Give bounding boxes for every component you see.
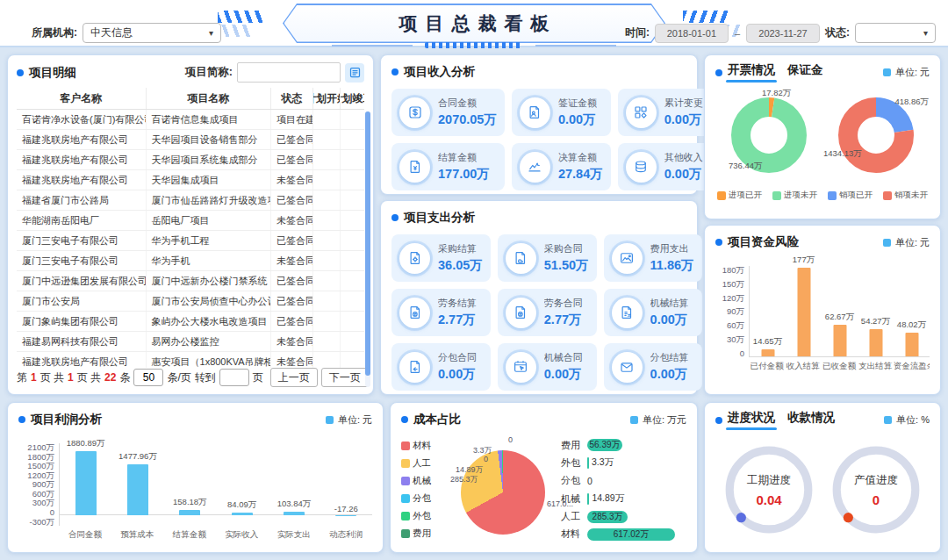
income-analysis-panel: 项目收入分析 合同金额2070.05万签证金额0.00万累计变更0.00万结算金… <box>380 54 698 195</box>
bar-category-label: 结算金额 <box>163 526 216 540</box>
list-icon[interactable] <box>345 63 364 83</box>
legend-label: 销项未开 <box>894 190 928 201</box>
table-row[interactable]: 厦门市公安局厦门市公安局侦查中心办公设...已签合同 <box>17 291 364 312</box>
cost-list-row: 材料617.02万 <box>561 528 686 542</box>
y-axis: 180万150万120万90万60万30万0 <box>715 266 749 357</box>
date-from-input[interactable] <box>655 24 729 43</box>
tab-invoice-status[interactable]: 开票情况 <box>728 62 775 83</box>
kpi-value: 2.77万 <box>438 312 477 328</box>
column-header: 计划开始 <box>312 88 341 109</box>
table-row[interactable]: 厦门中远逊集团发展有限公司厦门中远新办公楼门禁系统已签合同 <box>17 271 364 291</box>
bar <box>75 451 97 516</box>
line-decoration-right <box>535 45 616 47</box>
next-page-button[interactable]: 下一页 <box>321 368 369 387</box>
kpi-value: 0.00万 <box>544 366 583 383</box>
table-row[interactable]: 福建省厦门市公路局厦门市仙岳路路灯升级改造项目已签合同 <box>17 190 364 211</box>
kpi-text: 其他收入0.00万 <box>664 151 703 183</box>
org-label: 所属机构: <box>32 25 77 40</box>
table-cell: 天华园项目设备销售部分 <box>146 130 271 149</box>
kpi-card: 决算金额27.84万 <box>512 143 611 190</box>
goto-page-input[interactable] <box>219 369 249 386</box>
kpi-card: 费用支出11.86万 <box>604 234 702 282</box>
subcontract-settlement-icon <box>612 352 643 383</box>
table-cell <box>340 271 364 291</box>
table-row[interactable]: 厦门三安电子有限公司华为手机工程已签合同 <box>17 231 364 251</box>
table-row[interactable]: 福建兆联房地产有限公司天华园项目系统集成部分已签合同 <box>17 150 364 170</box>
legend-item: 费用 <box>401 528 447 540</box>
project-abbr-input[interactable] <box>237 62 341 83</box>
bar-value-label: 48.02万 <box>897 319 926 331</box>
kpi-value: 0.00万 <box>558 111 597 128</box>
y-tick-label: 300万 <box>32 499 54 507</box>
bar-value-label: 1880.89万 <box>67 438 105 449</box>
income-title: 项目收入分析 <box>404 64 475 80</box>
purchase-settlement-icon <box>399 243 430 274</box>
gauge-center: 工期进度0.04 <box>720 441 818 539</box>
kpi-value: 0.00万 <box>664 111 703 128</box>
cost-value-bar: 617.02万 <box>587 528 675 541</box>
bar-category-label: 支出结算 <box>858 357 894 371</box>
table-cell <box>312 190 341 210</box>
bar <box>869 329 882 356</box>
final-account-icon <box>520 152 550 183</box>
table-cell: 已签合同 <box>270 150 312 169</box>
y-tick-label: 1200万 <box>27 471 54 480</box>
cost-item-value: 14.89万 <box>592 492 624 505</box>
kpi-text: 机械结算0.00万 <box>650 297 689 328</box>
table-cell: 福建兆联房地产有限公司 <box>17 170 146 190</box>
page-size-input[interactable] <box>133 369 163 386</box>
prev-page-button[interactable]: 上一页 <box>270 368 318 387</box>
table-row[interactable]: 厦门象屿集团有限公司象屿办公大楼水电改造项目已签合同 <box>17 312 364 332</box>
kpi-label: 决算金额 <box>558 151 603 164</box>
tab-deposit[interactable]: 保证金 <box>787 62 823 83</box>
pie-callout: 0 <box>484 455 488 463</box>
profit-title: 项目利润分析 <box>31 412 102 427</box>
tab-collection-status[interactable]: 收款情况 <box>787 410 835 430</box>
table-row[interactable]: 厦门三安电子有限公司华为手机未签合同 <box>17 251 364 271</box>
cost-legend: 材料人工机械分包外包费用 <box>401 434 447 545</box>
table-cell <box>312 110 341 129</box>
legend-item: 材料 <box>401 440 447 452</box>
legend-item: 外包 <box>401 510 447 522</box>
kpi-card: 签证金额0.00万 <box>512 89 611 136</box>
legend-swatch <box>401 494 410 503</box>
kpi-card: 采购合同51.50万 <box>498 234 597 282</box>
cost-item-label: 费用 <box>561 439 587 452</box>
kpi-card: 累计变更0.00万 <box>618 89 711 136</box>
table-cell: 百诺肯信息集成项目 <box>146 110 271 129</box>
status-select[interactable]: ▾ <box>855 23 936 43</box>
tab-progress-status[interactable]: 进度状况 <box>728 410 775 430</box>
table-row[interactable]: 华能湖南岳阳电厂岳阳电厂项目未签合同 <box>17 211 364 231</box>
table-scrollbar[interactable] <box>365 111 370 387</box>
unit-square-icon <box>883 239 891 247</box>
table-cell: 已签合同 <box>270 312 312 331</box>
legend-label: 分包 <box>413 492 431 505</box>
date-separator: – <box>735 28 740 39</box>
bar <box>905 333 918 356</box>
bar <box>127 464 148 515</box>
table-cell <box>312 150 341 169</box>
scrollbar-thumb[interactable] <box>365 111 370 376</box>
org-select[interactable]: 中天信息 ▾ <box>83 23 221 43</box>
expense-title: 项目支出分析 <box>404 210 475 226</box>
profit-analysis-panel: 项目利润分析 单位: 元 2100万1800万1500万1200万900万600… <box>7 402 384 553</box>
fund-risk-chart: 180万150万120万90万60万30万0 14.65万177万62.67万5… <box>715 266 930 371</box>
machine-settlement-icon <box>612 298 643 328</box>
bar-value-label: 103.84万 <box>277 499 312 510</box>
kpi-value: 0.00万 <box>650 312 689 328</box>
table-row[interactable]: 福建易网科技有限公司易网办公楼监控未签合同 <box>17 332 364 352</box>
table-row[interactable]: 福建兆联房地产有限公司天华园项目设备销售部分已签合同 <box>17 130 364 150</box>
pager-text: 条 <box>119 370 130 385</box>
kpi-value: 51.50万 <box>544 257 589 274</box>
table-row[interactable]: 百诺肯净水设备(厦门)有限公司百诺肯信息集成项目项目在建 <box>17 110 364 130</box>
table-row[interactable]: 福建兆联房地产有限公司惠安项目（1x800KVA吊牌柜）未签合同 <box>17 352 364 368</box>
gauge-center: 产值进度0 <box>827 441 925 539</box>
bar-column: 54.27万 <box>858 266 894 356</box>
subcontract-contract-icon <box>399 352 430 383</box>
date-to-input[interactable] <box>746 24 820 43</box>
gauge-value: 0.04 <box>756 492 781 507</box>
cost-title: 成本占比 <box>413 412 461 427</box>
x-axis-labels: 已付金额收入结算已收金额支出结算资金流盈余 <box>749 357 930 371</box>
table-cell <box>312 231 341 250</box>
table-row[interactable]: 福建兆联房地产有限公司天华园集成项目未签合同 <box>17 170 364 190</box>
